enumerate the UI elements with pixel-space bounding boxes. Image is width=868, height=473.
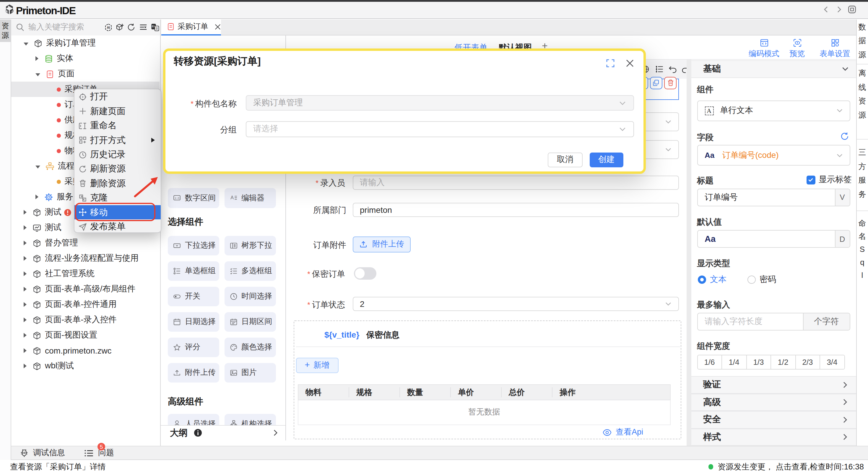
svg-text:1~3: 1~3	[175, 197, 179, 200]
svg-text:A: A	[230, 195, 234, 201]
svg-text:文: 文	[155, 27, 158, 30]
svg-text:AI: AI	[106, 26, 110, 29]
